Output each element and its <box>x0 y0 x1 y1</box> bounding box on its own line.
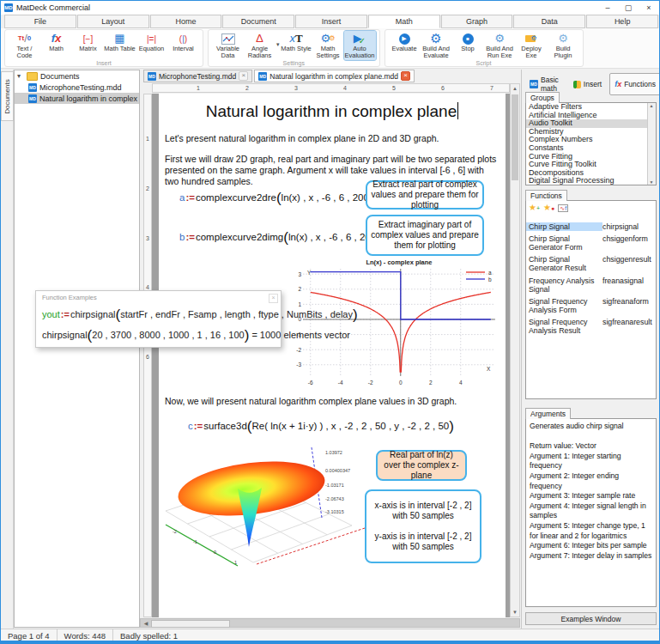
menu-tab-layout[interactable]: Layout <box>77 15 149 28</box>
tree-item-natural-logarithm[interactable]: MD Natural logarithm in complex pla... <box>15 93 139 104</box>
group-item[interactable]: Decompositions <box>526 169 656 178</box>
tree-root-documents[interactable]: ▾ Documents <box>15 70 139 82</box>
callout-axes-info: x-axis is in interval [-2 , 2] with 50 s… <box>365 489 481 563</box>
y-axis-line <box>257 528 365 564</box>
paragraph-3: Now, we will present natural logarithm c… <box>165 396 500 407</box>
text-code-button[interactable]: Tt/0 Text / Code <box>9 31 40 60</box>
math-table-button[interactable]: ▦ Math Table <box>104 31 136 52</box>
function-plot-icon[interactable]: ∿f <box>558 203 568 212</box>
scroll-up-icon[interactable]: ▲ <box>511 84 519 93</box>
groups-tab[interactable]: Groups <box>525 92 560 103</box>
tab-close-icon[interactable]: × <box>239 71 248 81</box>
tab-insert[interactable]: Insert <box>568 73 607 95</box>
scroll-down-icon[interactable]: ▼ <box>511 608 519 617</box>
scroll-left-icon[interactable]: ◀ <box>142 620 150 627</box>
surface-funnel <box>238 488 262 547</box>
formula-b[interactable]: b:=complexcurve2dimg(ln(x) , x , -6 , 6 … <box>179 229 381 246</box>
angle-dropdown-icon[interactable]: ▾ <box>276 41 280 48</box>
group-item[interactable]: Complex Numbers <box>526 136 656 144</box>
groups-list[interactable]: Adaptive Filters Artificial Intelligence… <box>525 102 657 185</box>
doc-tab-microphonetesting[interactable]: MD MicrophoneTesting.mdd × <box>143 70 252 82</box>
function-examples-popup[interactable]: Function Examples × yout:=chirpsignal(st… <box>35 290 282 348</box>
evaluate-button[interactable]: ▶ Evaluate <box>389 31 421 52</box>
matrix-button[interactable]: [−] Matrix <box>72 31 104 52</box>
function-row[interactable]: Chirp Signal Generator Form chsiggenform <box>526 234 656 252</box>
popup-title: Function Examples <box>42 294 97 301</box>
evaluate-play-icon: ▶ <box>399 32 410 46</box>
menu-tab-home[interactable]: Home <box>150 15 222 28</box>
variable-data-button[interactable]: Variable Data <box>212 31 244 60</box>
build-plugin-gear-icon: ⚙ <box>558 32 568 46</box>
function-row[interactable]: Frequency Analysis Signal freanasignal <box>526 276 656 294</box>
group-item[interactable]: Constants <box>526 144 656 153</box>
groups-scrollbar[interactable]: ▲ ▼ <box>647 103 656 185</box>
interval-button[interactable]: (|) Interval <box>167 31 199 52</box>
build-plugin-button[interactable]: ⚙ Build Plugin <box>548 31 579 60</box>
tree-item-microphonetesting[interactable]: MD MicrophoneTesting.mdd <box>15 82 139 93</box>
tab-close-icon[interactable]: × <box>401 71 410 81</box>
function-row[interactable]: Chirp Signal chirpsignal <box>526 222 656 231</box>
menu-tab-help[interactable]: Help <box>586 15 658 28</box>
group-item[interactable]: Curve Fitting <box>526 153 656 161</box>
function-row[interactable]: Chirp Signal Generator Result chsiggenre… <box>526 255 656 272</box>
text-code-icon: Tt/0 <box>18 32 32 46</box>
close-button[interactable]: × <box>639 1 659 15</box>
window-bottom-border <box>1 641 659 644</box>
vertical-ruler: 1 2 3 4 5 6 <box>143 94 152 617</box>
functions-list[interactable]: ★+ ★● ∿f Chirp Signal chirpsignal Chirp … <box>525 200 657 399</box>
stop-button[interactable]: ■ Stop <box>452 31 484 52</box>
horizontal-scrollbar[interactable]: ◀ <box>140 618 520 628</box>
angle-radians-button[interactable]: ∆ Angle Radians <box>244 31 276 60</box>
arguments-tab[interactable]: Arguments <box>525 408 571 419</box>
scroll-up-icon[interactable]: ▲ <box>648 103 655 108</box>
auto-evaluation-button[interactable]: ▶✓ Auto Evaluation <box>344 31 376 60</box>
function-row[interactable]: Signal Frequency Analysis Form sigfreana… <box>526 297 656 314</box>
math-button[interactable]: fx Math <box>40 31 72 52</box>
vertical-scrollbar[interactable]: ▲ ▼ <box>510 83 520 617</box>
group-item[interactable]: Digital Signal Processing <box>526 177 656 185</box>
status-page: Page 1 of 4 <box>1 629 58 641</box>
group-item[interactable]: Adaptive Filters <box>526 103 656 112</box>
group-item-selected[interactable]: Audio Toolkit <box>526 119 656 128</box>
build-and-evaluate-button[interactable]: ⚙ Build And Evaluate <box>421 31 452 60</box>
functions-tab[interactable]: Functions <box>525 190 567 201</box>
tree-expander-icon[interactable]: ▾ <box>17 72 24 80</box>
minimize-button[interactable]: – <box>597 1 618 15</box>
document-page[interactable]: Natural logarithm in complex plane Let's… <box>159 94 506 617</box>
group-item[interactable]: Artificial Intelligence <box>526 112 656 120</box>
group-item[interactable]: Chemistry <box>526 128 656 137</box>
function-row[interactable]: Signal Frequency Analysis Result sigfrea… <box>526 318 656 335</box>
doc-tab-natural-logarithm[interactable]: MD Natural logarithm in complex plane.md… <box>254 70 415 82</box>
matdeck-window: MD MatDeck Commercial – ▢ × File Layout … <box>0 0 660 644</box>
horizontal-scroll-thumb[interactable] <box>151 620 230 628</box>
vertical-scroll-thumb[interactable] <box>512 94 518 180</box>
group-item[interactable]: Curve Fitting Toolkit <box>526 161 656 169</box>
formula-a[interactable]: a:=complexcurve2dre(ln(x) , x , -6 , 6 ,… <box>179 190 374 207</box>
equation-button[interactable]: |=| Equation <box>136 31 167 52</box>
functions-toolbar: ★+ ★● ∿f <box>526 201 656 217</box>
tab-functions[interactable]: fx Functions <box>609 73 660 95</box>
chirpsignal-example: chirpsignal(20 , 3700 , 8000 , 1000 , 1 … <box>42 327 350 344</box>
maximize-button[interactable]: ▢ <box>618 1 639 15</box>
add-favorite-icon[interactable]: ★+ <box>529 203 540 212</box>
remove-favorite-icon[interactable]: ★● <box>543 203 554 212</box>
svg-text:-2: -2 <box>368 380 373 386</box>
deploy-exe-button[interactable]: ⚙ Deploy Exe <box>516 31 548 60</box>
math-style-button[interactable]: xT Math Style <box>281 31 312 52</box>
examples-window-button[interactable]: Examples Window <box>525 612 657 625</box>
build-and-run-exe-button[interactable]: ⚙ Build And Run Exe <box>484 31 516 60</box>
documents-vertical-tab[interactable]: Documents <box>1 71 14 121</box>
menu-tab-math[interactable]: Math <box>368 15 440 28</box>
popup-close-icon[interactable]: × <box>269 294 278 303</box>
formula-c[interactable]: c:=surface3d(Re( ln(x + 1i·y) ) , x , -2… <box>188 418 454 435</box>
scroll-down-icon[interactable]: ▼ <box>648 179 655 185</box>
math-settings-button[interactable]: ⚙⚙ Math Settings <box>312 31 344 60</box>
svg-text:0: 0 <box>399 380 403 386</box>
menu-tab-insert[interactable]: Insert <box>295 15 367 28</box>
menu-tab-document[interactable]: Document <box>222 15 294 28</box>
menu-tab-file[interactable]: File <box>4 15 76 28</box>
menu-tab-data[interactable]: Data <box>513 15 585 28</box>
status-words: Words: 448 <box>58 629 113 641</box>
plot-3d-surface[interactable]: 1.03972 0.00400347 -1.03171 -2.06743 -3.… <box>159 444 369 574</box>
menu-tab-graph[interactable]: Graph <box>441 15 513 28</box>
